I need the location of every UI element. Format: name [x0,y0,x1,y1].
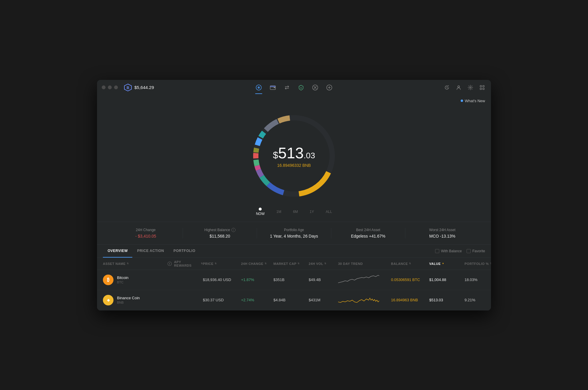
asset-cell-btc: ₿ Bitcoin BTC [103,275,168,285]
close-button[interactable] [102,85,106,89]
sort-portfolio-icon: ⇅ [490,262,491,265]
sort-value-icon: ▼ [442,262,444,265]
timeline-label-1m: 1M [276,210,281,214]
stat-highest-balance-value: $11,568.20 [189,234,251,238]
stat-worst-asset-value: MCO -13.13% [411,234,473,238]
with-balance-checkbox[interactable] [435,249,439,253]
filter-with-balance[interactable]: With Balance [435,249,462,253]
btc-portfolio-pct: 18.03% [465,278,491,282]
portfolio-value-decimal: .03 [304,151,315,160]
history-icon[interactable] [443,83,451,92]
whats-new-dot [461,100,463,102]
donut-center-values: $ 513 .03 16.89496332 BNB [273,144,315,168]
settings-icon[interactable] [466,83,475,92]
th-apy-rewards[interactable]: i APY REWARDS ⇅ [168,260,203,267]
timeline-1y[interactable]: 1Y [310,210,314,214]
tab-overview[interactable]: OVERVIEW [103,245,132,258]
whats-new-button[interactable]: What's New [461,99,485,103]
btc-vol: $49.4B [309,278,338,282]
th-30day-trend: 30 DAY TREND [338,260,391,267]
th-market-cap[interactable]: MARKET CAP ⇅ [273,260,309,267]
th-24h-vol[interactable]: 24H VOL ⇅ [309,260,338,267]
nav-add-button[interactable] [323,81,336,94]
minimize-button[interactable] [108,85,112,89]
stat-worst-asset-label: Worst 24H Asset [411,228,473,232]
timeline-1m[interactable]: 1M [276,210,281,214]
bnb-change: +2.74% [241,298,273,302]
stat-portfolio-age-value: 1 Year, 4 Months, 26 Days [263,234,325,238]
table-header: ASSET NAME ⇅ i APY REWARDS ⇅ PRICE ⇅ 24H… [97,258,491,270]
portfolio-bnb-value: 16.89496332 BNB [273,163,315,168]
whats-new-bar: What's New [97,95,491,103]
th-price[interactable]: PRICE ⇅ [203,260,241,267]
nav-staking-button[interactable]: S [295,81,308,94]
nav-dashboard-button[interactable] [252,81,265,94]
th-portfolio-pct[interactable]: PORTFOLIO % ⇅ [465,260,491,267]
apy-info-icon[interactable]: i [168,262,172,266]
bnb-ticker: BNB [117,301,140,304]
btc-icon: ₿ [103,275,113,285]
main-content: What's New [97,95,491,310]
stat-24h-change-value: - $3,410.05 [115,234,177,238]
asset-table: ASSET NAME ⇅ i APY REWARDS ⇅ PRICE ⇅ 24H… [97,258,491,310]
bnb-mcap: $4.84B [273,298,309,302]
table-row[interactable]: ₿ Bitcoin BTC $18,936.40 USD +1.87% $351… [97,270,491,290]
nav-right [443,83,486,92]
timeline-6m[interactable]: 6M [293,210,298,214]
profile-icon[interactable] [455,83,463,92]
filter-favorite[interactable]: Favorite [467,249,485,253]
btc-price: $18,936.40 USD [203,278,241,282]
stat-portfolio-age: Portfolio Age 1 Year, 4 Months, 26 Days [257,228,331,238]
svg-rect-14 [483,85,484,87]
table-row[interactable]: ◈ Binance Coin BNB $30.37 USD +2.74% $4.… [97,290,491,310]
btc-balance: 0.05306591 BTC [391,278,429,282]
svg-rect-16 [483,88,484,90]
bnb-vol: $431M [309,298,338,302]
sort-price-icon: ⇅ [215,262,217,265]
asset-cell-bnb: ◈ Binance Coin BNB [103,295,168,305]
th-balance[interactable]: BALANCE ⇅ [391,260,429,267]
bnb-info: Binance Coin BNB [117,296,140,304]
th-value[interactable]: VALUE ▼ [429,260,465,267]
btc-ticker: BTC [117,280,128,284]
nav-wallet-button[interactable] [266,81,279,94]
svg-text:S: S [300,87,302,89]
btc-name: Bitcoin [117,275,128,280]
favorite-checkbox[interactable] [467,249,471,253]
grid-icon[interactable] [478,83,486,92]
sort-apy-icon: ⇅ [201,262,203,265]
tabs-left: OVERVIEW PRICE ACTION PORTFOLIO [103,245,200,258]
timeline-all[interactable]: ALL [326,210,332,214]
nav-exchange-button[interactable] [309,81,322,94]
chart-section: $ 513 .03 16.89496332 BNB NOW 1M 6M [97,103,491,219]
tabs-section: OVERVIEW PRICE ACTION PORTFOLIO With Bal… [97,244,491,258]
svg-rect-15 [480,88,482,90]
timeline-dot-now [259,208,262,211]
titlebar: B $5,644.29 [97,80,491,95]
highest-balance-info-icon[interactable]: i [231,228,235,232]
timeline-now[interactable]: NOW [256,208,265,216]
th-asset-name[interactable]: ASSET NAME ⇅ [103,260,168,267]
bnb-name: Binance Coin [117,296,140,300]
svg-rect-7 [270,86,275,87]
svg-point-11 [458,86,460,88]
timeline-label-1y: 1Y [310,210,314,214]
stats-bar: 24H Change - $3,410.05 Highest Balance i… [97,222,491,244]
stat-highest-balance-label: Highest Balance i [189,228,251,232]
stat-24h-change: 24H Change - $3,410.05 [109,228,183,238]
btc-mcap: $351B [273,278,309,282]
nav-swap-button[interactable] [280,81,293,94]
logo-area: B $5,644.29 [124,83,154,92]
sort-asset-name-icon: ⇅ [127,262,129,265]
maximize-button[interactable] [114,85,118,89]
th-24h-change[interactable]: 24H CHANGE ⇅ [241,260,273,267]
tab-portfolio[interactable]: PORTFOLIO [169,245,200,258]
tab-price-action[interactable]: PRICE ACTION [132,245,169,258]
stat-best-asset-value: Edgeless +41.67% [337,234,399,238]
stat-highest-balance: Highest Balance i $11,568.20 [183,228,257,238]
app-window: B $5,644.29 [97,80,491,310]
sort-vol-icon: ⇅ [324,262,327,265]
app-logo-icon: B [124,83,132,92]
bnb-balance: 16.894963 BNB [391,298,429,302]
svg-point-4 [258,87,259,88]
